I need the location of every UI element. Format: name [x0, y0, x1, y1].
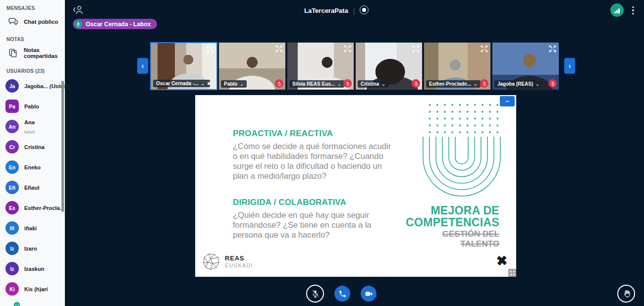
- messages-heading: MENSAJES: [0, 0, 65, 12]
- chevron-down-icon: ⌄: [240, 82, 244, 87]
- users-heading: USUARIOS (23): [0, 63, 65, 75]
- chevron-down-icon: ⌄: [536, 82, 539, 87]
- avatar: Iz: [5, 262, 19, 275]
- chevron-down-icon: ⌄: [337, 82, 341, 87]
- fullscreen-icon[interactable]: [275, 45, 283, 53]
- fullscreen-icon[interactable]: [343, 45, 352, 53]
- fullscreen-icon[interactable]: [480, 45, 488, 53]
- logo-mark-icon: [202, 253, 221, 271]
- user-row[interactable]: Ja Jagoba... (Usted): [0, 76, 65, 96]
- options-menu-button[interactable]: [630, 4, 637, 16]
- user-substatus: Móvil: [24, 130, 35, 135]
- mic-muted-badge: [548, 79, 557, 88]
- video-tile[interactable]: Jagoba (REAS) ⌄: [492, 42, 559, 90]
- slide-title: MEJORA DE COMPETENCIAS: [406, 204, 499, 229]
- video-user-label: Oscar Cernada -...: [156, 81, 199, 86]
- video-name-chip[interactable]: Jagoba (REAS) ⌄: [494, 80, 542, 88]
- mic-muted-badge: [343, 79, 352, 88]
- user-row[interactable]: An Ana Móvil: [0, 116, 65, 137]
- arcs-graphic: [422, 137, 501, 197]
- user-name: Pablo: [24, 103, 39, 109]
- user-name: Eñaut: [24, 185, 40, 191]
- talking-user-label: Oscar Cernada - Labox: [86, 21, 151, 28]
- dots-pattern: [424, 100, 499, 134]
- user-row[interactable]: Iz Izaskun: [0, 258, 65, 279]
- video-tile[interactable]: Esther-Proclade... ⌄: [424, 42, 491, 90]
- user-row[interactable]: Eñ Eñaut: [0, 177, 65, 198]
- video-name-chip[interactable]: Pablo ⌄: [221, 80, 247, 88]
- listen-only-badge: [13, 302, 20, 306]
- raise-hand-button[interactable]: [617, 285, 635, 303]
- video-row: Oscar Cernada -... ⌄ ✖ Pablo ⌄ Silvia RE…: [150, 42, 559, 90]
- slide-heading: PROACTIVA / REACTIVA: [233, 129, 397, 139]
- connection-status-button[interactable]: [610, 3, 624, 17]
- resize-handle-icon[interactable]: [508, 269, 516, 277]
- user-name: Izaro: [24, 246, 37, 252]
- fullscreen-icon[interactable]: [412, 45, 420, 53]
- video-name-chip[interactable]: Oscar Cernada -... ⌄ ✖: [153, 80, 210, 87]
- video-name-chip[interactable]: Cristina ⌄: [358, 80, 388, 88]
- meeting-title-wrap: LaTerceraPata |: [277, 4, 396, 16]
- record-indicator[interactable]: [360, 5, 370, 15]
- sidebar: MENSAJES Chat público NOTAS Notas compar…: [0, 0, 65, 306]
- user-name: Eneko: [24, 164, 41, 170]
- user-row[interactable]: Pa Pablo: [0, 96, 65, 116]
- kebab-icon: [632, 6, 634, 8]
- user-row[interactable]: Ki Kis (h)ari: [0, 279, 65, 299]
- user-row[interactable]: Cr Cristina: [0, 137, 65, 157]
- video-user-label: Silvia REAS Eus...: [292, 81, 335, 87]
- chevron-right-icon: ›: [569, 62, 571, 70]
- prev-videos-button[interactable]: ‹: [137, 58, 148, 74]
- minus-icon: −: [505, 98, 509, 105]
- camera-icon: [365, 290, 373, 298]
- chevron-down-icon: ⌄: [474, 82, 478, 87]
- next-videos-button[interactable]: ›: [564, 58, 575, 74]
- title-divider: |: [353, 7, 355, 14]
- muted-x-icon: ✖: [207, 81, 211, 86]
- phone-icon: [338, 290, 347, 298]
- video-name-chip[interactable]: Esther-Proclade... ⌄: [426, 80, 481, 88]
- mic-icon: [74, 20, 82, 28]
- avatar: Ja: [5, 79, 19, 93]
- video-tile[interactable]: Oscar Cernada -... ⌄ ✖: [150, 42, 217, 90]
- signal-icon: [618, 8, 620, 13]
- video-tile[interactable]: Silvia REAS Eus... ⌄: [287, 42, 354, 90]
- mic-muted-badge: [480, 79, 488, 88]
- user-name: Cristina: [24, 144, 45, 150]
- chevron-down-icon: ⌄: [201, 81, 205, 86]
- chevron-left-icon: ‹: [142, 62, 144, 70]
- user-row[interactable]: Iz Izaro: [0, 238, 65, 258]
- user-row[interactable]: Iñ iñaki: [0, 218, 65, 238]
- chevron-down-icon: ⌄: [381, 82, 385, 87]
- video-tile[interactable]: Cristina ⌄: [355, 42, 423, 90]
- toggle-userlist-icon[interactable]: [72, 4, 84, 15]
- user-row[interactable]: En Eneko: [0, 157, 65, 177]
- webcam-toggle-button[interactable]: [361, 286, 376, 302]
- avatar: Eñ: [5, 181, 19, 194]
- video-tile[interactable]: Pablo ⌄: [218, 42, 286, 90]
- slide-strikethrough-title: GESTIÓN DEL TALENTO: [442, 229, 499, 250]
- mic-muted-badge: [412, 79, 420, 88]
- leave-audio-button[interactable]: [334, 286, 350, 302]
- presentation-area[interactable]: − PROACTIVA / REACTIVA ¿Cómo se decide a…: [195, 95, 516, 277]
- signal-icon: [616, 10, 618, 13]
- user-row[interactable]: Es Esther-Procla...: [0, 198, 65, 218]
- video-user-label: Cristina: [361, 81, 379, 87]
- userlist-scrollbar[interactable]: [61, 81, 64, 212]
- slide-text-block: PROACTIVA / REACTIVA ¿Cómo se decide a q…: [233, 129, 397, 240]
- sidebar-item-public-chat[interactable]: Chat público: [0, 12, 65, 31]
- user-name: Esther-Procla...: [24, 205, 64, 211]
- reas-logo: REAS EUSKADI: [202, 253, 253, 271]
- sidebar-item-label: Chat público: [24, 19, 58, 25]
- slide-paragraph: ¿Cómo se decide a qué formaciones acudir…: [233, 141, 397, 181]
- fullscreen-icon[interactable]: [548, 45, 557, 53]
- talking-indicator[interactable]: Oscar Cernada - Labox: [73, 19, 157, 29]
- minimize-presentation-button[interactable]: −: [500, 96, 515, 106]
- user-list: Ja Jagoba... (Usted) Pa Pablo An Ana Móv…: [0, 75, 65, 299]
- mic-slash-icon: [311, 290, 320, 298]
- mute-toggle-button[interactable]: [306, 285, 324, 303]
- fullscreen-icon[interactable]: [206, 45, 215, 53]
- sidebar-item-shared-notes[interactable]: Notas compartidas: [0, 43, 65, 63]
- video-name-chip[interactable]: Silvia REAS Eus... ⌄: [289, 80, 344, 88]
- user-name: Izaskun: [24, 266, 44, 272]
